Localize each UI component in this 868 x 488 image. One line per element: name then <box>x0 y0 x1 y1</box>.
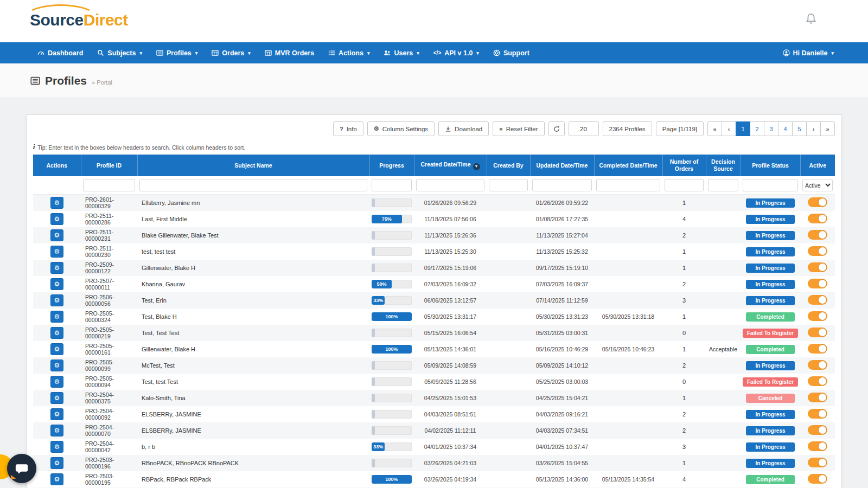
filter-subject-name-input[interactable] <box>139 179 367 191</box>
row-actions-button[interactable]: ⚙ <box>50 408 63 420</box>
filter-created-input[interactable] <box>416 179 484 191</box>
next-page-button[interactable]: › <box>806 121 821 136</box>
col-header-profile-id[interactable]: Profile ID <box>81 155 137 176</box>
active-cell <box>800 211 835 227</box>
bell-icon[interactable] <box>806 13 816 25</box>
col-header-profile-status[interactable]: Profile Status <box>741 155 800 176</box>
page-button-1[interactable]: 1 <box>736 121 750 136</box>
row-actions-button[interactable]: ⚙ <box>50 229 63 241</box>
nav-mvr-orders[interactable]: MVR Orders <box>258 42 321 63</box>
active-toggle[interactable] <box>808 311 827 321</box>
filter-updated-input[interactable] <box>532 179 592 191</box>
nav-users[interactable]: Users▾ <box>376 42 426 63</box>
first-page-button[interactable]: « <box>707 121 722 136</box>
row-actions-button[interactable]: ⚙ <box>50 262 63 274</box>
col-header-subject-name[interactable]: Subject Name <box>137 155 369 176</box>
decision-source-cell <box>706 422 741 439</box>
active-toggle[interactable] <box>808 328 827 337</box>
prev-page-button[interactable]: ‹ <box>722 121 736 136</box>
created-cell: 04/01/2025 10:37:34 <box>414 439 487 455</box>
last-page-button[interactable]: » <box>820 121 835 136</box>
active-toggle[interactable] <box>808 393 827 402</box>
filter-progress-input[interactable] <box>372 179 412 191</box>
col-header-actions[interactable]: Actions <box>33 155 81 176</box>
row-actions-button[interactable]: ⚙ <box>50 441 63 453</box>
nav-orders[interactable]: Orders▾ <box>205 42 258 63</box>
active-toggle[interactable] <box>808 376 827 386</box>
filter-decision-source-input[interactable] <box>708 179 738 191</box>
filter-profile-status-input[interactable] <box>743 179 798 191</box>
row-actions-button[interactable]: ⚙ <box>50 392 63 404</box>
col-header-active[interactable]: Active <box>800 155 835 176</box>
row-actions-button[interactable]: ⚙ <box>50 278 63 290</box>
progress-cell: 50% <box>369 276 414 292</box>
page-size-input[interactable] <box>569 121 599 136</box>
row-actions-button[interactable]: ⚙ <box>50 197 63 209</box>
table-tip: i Tip: Enter text in the boxes below hea… <box>33 143 835 151</box>
status-badge: Completed <box>746 312 795 322</box>
nav-api[interactable]: </>API v 1.0▾ <box>426 42 486 63</box>
active-toggle[interactable] <box>808 425 827 435</box>
col-header-completed[interactable]: Completed Date/Time <box>594 155 662 176</box>
filter-orders-input[interactable] <box>665 179 704 191</box>
active-toggle[interactable] <box>808 295 827 305</box>
row-actions-button[interactable]: ⚙ <box>50 425 63 436</box>
status-cell: Completed <box>741 471 800 487</box>
reset-filter-button[interactable]: ×Reset Filter <box>493 121 544 136</box>
chat-widget-button[interactable] <box>7 454 36 483</box>
page-button-5[interactable]: 5 <box>792 121 807 136</box>
active-toggle[interactable] <box>808 474 827 484</box>
col-header-created-by[interactable]: Created By <box>487 155 530 176</box>
active-toggle[interactable] <box>808 197 827 207</box>
status-badge: In Progress <box>746 198 795 208</box>
progress-label: 33% <box>373 298 383 303</box>
toggle-knob <box>819 410 826 418</box>
nav-subjects[interactable]: Subjects▾ <box>90 42 149 63</box>
col-header-progress[interactable]: Progress <box>369 155 414 176</box>
row-actions-button[interactable]: ⚙ <box>50 327 63 339</box>
row-actions-button[interactable]: ⚙ <box>50 213 63 225</box>
nav-profiles[interactable]: Profiles▾ <box>149 42 205 63</box>
row-actions-button[interactable]: ⚙ <box>50 473 63 485</box>
active-toggle[interactable] <box>808 214 827 223</box>
row-actions-button[interactable]: ⚙ <box>50 376 63 388</box>
column-settings-button[interactable]: ⚙Column Settings <box>367 121 435 136</box>
active-toggle[interactable] <box>808 246 827 256</box>
refresh-button[interactable] <box>548 121 565 136</box>
row-actions-button[interactable]: ⚙ <box>50 457 63 469</box>
col-header-orders[interactable]: Number of Orders <box>662 155 706 176</box>
page-button-4[interactable]: 4 <box>778 121 793 136</box>
nav-support[interactable]: Support <box>486 42 537 63</box>
orders-cell: 1 <box>662 243 706 260</box>
row-actions-button[interactable]: ⚙ <box>50 343 63 355</box>
active-toggle[interactable] <box>808 344 827 354</box>
active-toggle[interactable] <box>808 262 827 272</box>
active-toggle[interactable] <box>808 458 827 467</box>
download-button[interactable]: Download <box>438 121 489 136</box>
row-actions-button[interactable]: ⚙ <box>50 359 63 371</box>
user-menu[interactable]: Hi Danielle▾ <box>776 42 841 63</box>
active-toggle[interactable] <box>808 409 827 419</box>
nav-actions[interactable]: Actions▾ <box>321 42 376 63</box>
nav-dashboard[interactable]: Dashboard <box>30 42 90 63</box>
row-actions-button[interactable]: ⚙ <box>50 246 63 258</box>
active-filter-select[interactable]: Active <box>802 179 833 191</box>
col-header-decision-source[interactable]: Decision Source <box>706 155 741 176</box>
active-cell <box>800 309 835 325</box>
row-actions-button[interactable]: ⚙ <box>50 311 63 323</box>
row-actions-button[interactable]: ⚙ <box>50 294 63 306</box>
active-toggle[interactable] <box>808 360 827 370</box>
active-toggle[interactable] <box>808 279 827 288</box>
active-toggle[interactable] <box>808 230 827 240</box>
info-button[interactable]: ?Info <box>333 121 363 136</box>
active-toggle[interactable] <box>808 441 827 451</box>
filter-profile-id-input[interactable] <box>83 179 135 191</box>
col-header-created[interactable]: Created Date/Time▼ <box>414 155 487 176</box>
user-icon <box>783 49 790 56</box>
brand-logo[interactable]: SourceDirect <box>30 11 128 29</box>
page-button-2[interactable]: 2 <box>750 121 764 136</box>
filter-created-by-input[interactable] <box>489 179 528 191</box>
page-button-3[interactable]: 3 <box>764 121 778 136</box>
filter-completed-input[interactable] <box>596 179 660 191</box>
col-header-updated[interactable]: Updated Date/Time <box>530 155 594 176</box>
